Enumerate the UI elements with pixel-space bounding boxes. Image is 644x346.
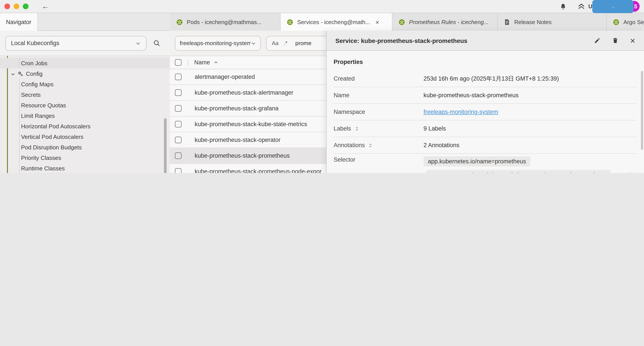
detail-value: freeleaps-monitoring-system — [424, 109, 637, 115]
row-checkbox[interactable] — [175, 137, 182, 143]
sidebar-item-label: Resource Quotas — [21, 102, 66, 108]
notifications-bell-icon[interactable] — [560, 3, 566, 10]
sidebar-scrollbar[interactable] — [164, 118, 166, 173]
sort-ascending-icon[interactable] — [214, 60, 218, 65]
value-chip: operator.prometheus.io/name=kube-prometh… — [426, 170, 611, 173]
sidebar-item-label: Secrets — [21, 91, 40, 98]
sort-updown-icon — [368, 142, 373, 148]
sidebar-item-label: Pod Disruption Budgets — [21, 144, 82, 150]
release-notes-icon — [504, 19, 510, 25]
row-checkbox[interactable] — [175, 89, 182, 96]
sidebar-item-cron-jobs[interactable]: Cron Jobs — [0, 58, 170, 68]
sidebar-item-pod-disruption-budgets[interactable]: Pod Disruption Budgets — [0, 142, 170, 152]
kubernetes-icon — [287, 19, 293, 25]
row-checkbox[interactable] — [175, 152, 182, 159]
sidebar-item-label: Cron Jobs — [21, 60, 47, 66]
sidebar-item-label: Config Maps — [21, 81, 54, 87]
table-row-kube-prometheus-stack-alertmanager[interactable]: kube-prometheus-stack-alertmanager — [170, 85, 336, 101]
service-name: kube-prometheus-stack-grafana — [195, 105, 278, 112]
tab-release-notes[interactable]: Release Notes — [498, 13, 607, 31]
detail-panel-body: PropertiesCreated253d 16h 6m ago (2025年1… — [326, 51, 644, 173]
chevron-down-icon[interactable] — [10, 71, 18, 76]
navigator-sidebar: Local Kubeconfigs Cron JobsConfigConfig … — [0, 31, 170, 173]
tab-navigator[interactable]: Navigator — [0, 13, 38, 31]
edit-pencil-icon[interactable] — [594, 37, 601, 44]
sidebar-item-label: Config — [26, 70, 42, 77]
detail-label: Annotations — [334, 142, 424, 148]
table-row-kube-prometheus-stack-kube-state-metrics[interactable]: kube-prometheus-stack-kube-state-metrics — [170, 116, 336, 132]
regex-toggle[interactable]: .* — [284, 40, 288, 46]
sidebar-item-secrets[interactable]: Secrets — [0, 89, 170, 100]
detail-row-name: Namekube-prometheus-stack-prometheus — [334, 87, 637, 104]
match-case-toggle[interactable]: Aa — [272, 40, 278, 46]
detail-value: app.kubernetes.io/name=prometheusoperato… — [424, 156, 637, 173]
detail-row-annotations: Annotations2 Annotations — [334, 137, 637, 154]
table-row-kube-prometheus-stack-prometheus-node-expor[interactable]: kube-prometheus-stack-prometheus-node-ex… — [170, 164, 336, 173]
maximize-window-button[interactable] — [23, 3, 28, 9]
table-row-alertmanager-operated[interactable]: alertmanager-operated — [170, 69, 336, 85]
tab-label: Argo Se — [624, 19, 644, 25]
sidebar-item-resource-quotas[interactable]: Resource Quotas — [0, 100, 170, 110]
close-window-button[interactable] — [4, 3, 10, 9]
sidebar-toolbar: Local Kubeconfigs — [0, 31, 170, 56]
service-rows: alertmanager-operatedkube-prometheus-sta… — [170, 69, 336, 173]
list-toolbar: freeleaps-monitoring-system Aa .* prome — [170, 31, 336, 56]
row-checkbox[interactable] — [175, 168, 182, 173]
detail-title: Service: kube-prometheus-stack-prometheu… — [335, 37, 583, 44]
chevron-down-icon — [251, 40, 256, 46]
tab-bar: Navigator Pods - icecheng@mathmas...Serv… — [0, 13, 644, 31]
tab-label: Services - icecheng@math... — [297, 19, 370, 25]
forward-arrow-icon[interactable]: → — [592, 0, 634, 13]
kubernetes-icon — [176, 19, 183, 25]
sidebar-item-config[interactable]: Config — [0, 68, 170, 79]
close-panel-icon[interactable]: × — [630, 36, 635, 45]
table-row-kube-prometheus-stack-prometheus[interactable]: kube-prometheus-stack-prometheus — [170, 148, 336, 164]
upgrade-chevrons-icon — [578, 3, 585, 10]
tab-argo-se[interactable]: Argo Se — [607, 13, 644, 31]
delete-trash-icon[interactable] — [612, 37, 619, 44]
tab-services-icecheng-math[interactable]: Services - icecheng@math...× — [280, 13, 392, 31]
detail-value: 2 Annotations — [424, 142, 637, 148]
filter-value: prome — [295, 40, 312, 46]
name-column-header[interactable]: Name — [194, 59, 210, 66]
namespace-link[interactable]: freeleaps-monitoring-system — [424, 109, 498, 115]
kubeconfig-select[interactable]: Local Kubeconfigs — [5, 36, 146, 50]
list-header: Name — [170, 56, 336, 69]
namespace-select[interactable]: freeleaps-monitoring-system — [175, 36, 261, 50]
chevron-down-icon — [136, 40, 141, 46]
detail-row-namespace: Namespacefreeleaps-monitoring-system — [334, 104, 637, 120]
sidebar-item-config-maps[interactable]: Config Maps — [0, 79, 170, 89]
tab-prometheus-rules-icecheng[interactable]: Prometheus Rules - icecheng... — [392, 13, 498, 31]
row-checkbox[interactable] — [175, 121, 182, 127]
resource-list-column: freeleaps-monitoring-system Aa .* prome … — [170, 31, 336, 173]
sidebar-item-horizontal-pod-autoscalers[interactable]: Horizontal Pod Autoscalers — [0, 121, 170, 131]
close-tab-icon[interactable]: × — [376, 19, 380, 25]
value-chip: app.kubernetes.io/name=prometheus — [424, 156, 530, 166]
panel-scrollbar[interactable] — [641, 71, 643, 150]
sidebar-item-vertical-pod-autoscalers[interactable]: Vertical Pod Autoscalers — [0, 131, 170, 142]
kubernetes-icon — [398, 19, 405, 25]
row-checkbox[interactable] — [175, 74, 182, 80]
service-name: kube-prometheus-stack-alertmanager — [195, 89, 293, 96]
table-row-kube-prometheus-stack-grafana[interactable]: kube-prometheus-stack-grafana — [170, 101, 336, 116]
row-checkbox[interactable] — [175, 105, 182, 112]
back-arrow-icon[interactable]: ← — [42, 3, 49, 10]
tab-pods-icecheng-mathmas[interactable]: Pods - icecheng@mathmas... — [170, 13, 280, 31]
sidebar-item-label: Limit Ranges — [21, 112, 55, 119]
detail-label: Name — [334, 92, 424, 98]
app-tabs: Pods - icecheng@mathmas...Services - ice… — [170, 13, 644, 31]
kubernetes-icon — [613, 19, 620, 25]
chip-group: app.kubernetes.io/name=prometheusoperato… — [424, 156, 637, 173]
kubeconfig-select-value: Local Kubeconfigs — [11, 40, 136, 46]
sidebar-item-limit-ranges[interactable]: Limit Ranges — [0, 110, 170, 121]
sidebar-item-priority-classes[interactable]: Priority Classes — [0, 152, 170, 163]
table-row-kube-prometheus-stack-operator[interactable]: kube-prometheus-stack-operator — [170, 132, 336, 148]
minimize-window-button[interactable] — [14, 3, 19, 9]
select-all-checkbox[interactable] — [175, 59, 182, 66]
sidebar-item-runtime-classes[interactable]: Runtime Classes — [0, 163, 170, 173]
detail-label-text: Name — [334, 92, 350, 98]
sidebar-search-icon[interactable] — [153, 39, 160, 47]
filter-input[interactable]: Aa .* prome — [266, 36, 331, 50]
app-window: ← → UPGRADE 15 Navigator Pods - icecheng… — [0, 0, 644, 173]
resource-tree: Cron JobsConfigConfig MapsSecretsResourc… — [0, 56, 170, 173]
